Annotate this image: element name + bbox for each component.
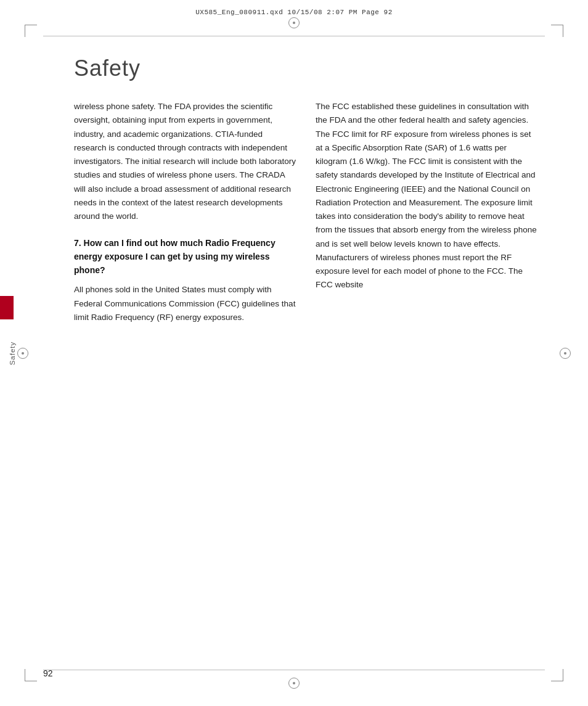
- two-column-layout: wireless phone safety. The FDA provides …: [43, 100, 545, 324]
- side-label-container: Safety: [0, 0, 25, 706]
- left-body-text-2: All phones sold in the United States mus…: [74, 283, 297, 324]
- hr-bottom: [43, 670, 545, 670]
- reg-mark-right: [560, 348, 571, 359]
- page-title: Safety: [74, 55, 545, 81]
- question-heading: 7. How can I find out how much Radio Fre…: [74, 237, 297, 277]
- corner-mark-br: [551, 669, 563, 681]
- left-column: wireless phone safety. The FDA provides …: [43, 100, 297, 324]
- corner-mark-bl: [25, 669, 37, 681]
- page-container: UX585_Eng_080911.qxd 10/15/08 2:07 PM Pa…: [0, 0, 588, 706]
- reg-mark-bottom: [288, 678, 300, 689]
- file-info-text: UX585_Eng_080911.qxd 10/15/08 2:07 PM Pa…: [195, 9, 393, 16]
- right-column: The FCC established these guidelines in …: [316, 100, 545, 324]
- side-label: Safety: [9, 341, 16, 365]
- hr-top: [43, 36, 545, 36]
- reg-mark-top: [288, 17, 300, 28]
- content-area: Safety wireless phone safety. The FDA pr…: [43, 37, 545, 669]
- right-body-text: The FCC established these guidelines in …: [316, 100, 539, 292]
- left-body-text-1: wireless phone safety. The FDA provides …: [74, 100, 297, 223]
- corner-mark-tl: [25, 25, 37, 37]
- file-header: UX585_Eng_080911.qxd 10/15/08 2:07 PM Pa…: [0, 9, 588, 16]
- corner-mark-tr: [551, 25, 563, 37]
- page-number: 92: [43, 668, 53, 678]
